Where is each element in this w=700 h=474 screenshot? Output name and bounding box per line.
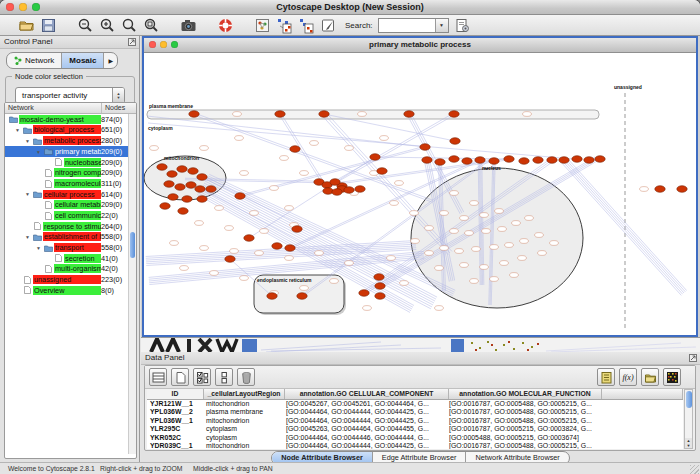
network-node[interactable] <box>170 241 179 246</box>
network-node-highlighted[interactable] <box>370 154 380 161</box>
new-attribute-icon[interactable] <box>171 368 189 386</box>
zoom-fit-icon[interactable] <box>121 17 138 34</box>
network-node-highlighted[interactable] <box>375 283 385 290</box>
network-node[interactable] <box>498 227 507 232</box>
tree-expand-icon[interactable]: ▼ <box>25 234 30 240</box>
network-node[interactable] <box>465 231 474 236</box>
network-node[interactable] <box>200 146 209 151</box>
network-node[interactable] <box>285 256 294 261</box>
float-panel-icon[interactable] <box>128 38 136 46</box>
function-builder-icon[interactable]: f(x) <box>619 368 637 386</box>
network-node[interactable] <box>450 229 459 234</box>
network-node[interactable] <box>280 156 289 161</box>
network-node[interactable] <box>260 229 269 234</box>
network-node-highlighted[interactable] <box>275 111 285 118</box>
network-node[interactable] <box>411 239 420 244</box>
network-node-highlighted[interactable] <box>559 157 569 164</box>
select-attributes-icon[interactable] <box>193 368 211 386</box>
network-node-highlighted[interactable] <box>572 156 582 163</box>
search-config-icon[interactable] <box>454 17 471 34</box>
network-node[interactable] <box>363 306 372 311</box>
network-node-highlighted[interactable] <box>206 186 216 193</box>
network-node-highlighted[interactable] <box>330 179 340 186</box>
vizmapper-icon[interactable] <box>254 17 271 34</box>
network-node-highlighted[interactable] <box>195 186 205 193</box>
tree-row[interactable]: unassigned223(0) <box>5 274 136 285</box>
network-node-highlighted[interactable] <box>377 168 387 175</box>
network-node[interactable] <box>440 246 449 251</box>
network-node-highlighted[interactable] <box>178 208 188 215</box>
network-node[interactable] <box>400 281 409 286</box>
network-node-highlighted[interactable] <box>244 235 254 242</box>
tree-expand-icon[interactable]: ▼ <box>15 127 20 133</box>
network-node[interactable] <box>495 209 504 214</box>
table-row[interactable]: YJR121W__1mitochondrion[GO:0045267, GO:0… <box>147 400 683 408</box>
network-node[interactable] <box>387 256 396 261</box>
network-node[interactable] <box>195 221 204 226</box>
help-icon[interactable] <box>217 17 234 34</box>
network-node[interactable] <box>225 226 234 231</box>
network-node[interactable] <box>358 112 367 117</box>
network-node[interactable] <box>520 239 529 244</box>
network-node-highlighted[interactable] <box>272 243 282 250</box>
table-column-header[interactable]: annotation.GO CELLULAR_COMPONENT <box>285 389 449 399</box>
network-node[interactable] <box>518 256 527 261</box>
network-node-highlighted[interactable] <box>375 293 385 300</box>
network-node[interactable] <box>538 251 547 256</box>
tree-scrollbar[interactable] <box>128 114 136 454</box>
network-node-highlighted[interactable] <box>175 184 185 191</box>
tree-row[interactable]: ▼biological_process651(0) <box>5 125 136 136</box>
network-node[interactable] <box>512 221 521 226</box>
network-node[interactable] <box>480 213 489 218</box>
attribute-notes-icon[interactable] <box>597 368 615 386</box>
network-node-highlighted[interactable] <box>475 157 485 164</box>
network-node[interactable] <box>180 266 189 271</box>
network-node[interactable] <box>535 233 544 238</box>
network-node[interactable] <box>450 191 459 196</box>
tree-column-network[interactable]: Network <box>5 103 102 113</box>
network-node[interactable] <box>345 146 354 151</box>
network-node-highlighted[interactable] <box>319 111 329 118</box>
network-node-highlighted[interactable] <box>489 158 499 165</box>
network-node[interactable] <box>425 226 434 231</box>
network-node[interactable] <box>240 171 249 176</box>
tree-row[interactable]: response to stimulus264(0) <box>5 221 136 232</box>
tree-row[interactable]: secretion41(0) <box>5 253 136 264</box>
network-node[interactable] <box>435 306 444 311</box>
network-node-highlighted[interactable] <box>186 182 196 189</box>
table-scrollbar-thumb[interactable] <box>686 391 692 408</box>
table-row[interactable]: YPL036W__2plasma membrane[GO:0044464, GO… <box>147 408 683 416</box>
tree-column-nodes[interactable]: Nodes <box>102 103 136 113</box>
tree-row[interactable]: macromolecule metabolic311(0) <box>5 178 136 189</box>
network-frame-titlebar[interactable]: primary metabolic process <box>144 38 696 53</box>
network-node-highlighted[interactable] <box>677 186 687 193</box>
network-node-highlighted[interactable] <box>547 157 557 164</box>
network-node-highlighted[interactable] <box>167 171 177 178</box>
tree-scrollbar-thumb[interactable] <box>130 232 135 258</box>
network-node-highlighted[interactable] <box>160 203 170 210</box>
network-node-highlighted[interactable] <box>225 256 235 263</box>
open-icon[interactable] <box>18 17 35 34</box>
network-node-highlighted[interactable] <box>404 111 414 118</box>
network-node[interactable] <box>525 216 534 221</box>
tree-row[interactable]: nucleobase-containing compound209(0) <box>5 157 136 168</box>
resize-grip[interactable] <box>690 465 699 474</box>
network-node[interactable] <box>390 201 399 206</box>
tree-expand-icon[interactable]: ▼ <box>36 245 41 251</box>
network-node[interactable] <box>470 279 479 284</box>
window-titlebar[interactable]: Cytoscape Desktop (New Session) <box>0 0 700 15</box>
float-data-panel-icon[interactable] <box>689 354 697 362</box>
table-column-header[interactable]: annotation.GO MOLECULAR_FUNCTION <box>449 389 602 399</box>
snapshot-icon[interactable] <box>180 17 197 34</box>
layout-nodes-icon[interactable] <box>276 17 293 34</box>
network-node[interactable] <box>330 279 339 284</box>
network-node[interactable] <box>300 171 309 176</box>
tree-row[interactable]: Overview8(0) <box>5 285 136 296</box>
network-node[interactable] <box>500 261 509 266</box>
network-node-highlighted[interactable] <box>449 156 459 163</box>
network-node[interactable] <box>395 181 404 186</box>
network-node[interactable] <box>455 249 464 254</box>
network-node[interactable] <box>510 273 519 278</box>
tree-expand-icon[interactable]: ▼ <box>25 191 30 197</box>
network-node-highlighted[interactable] <box>655 186 665 193</box>
